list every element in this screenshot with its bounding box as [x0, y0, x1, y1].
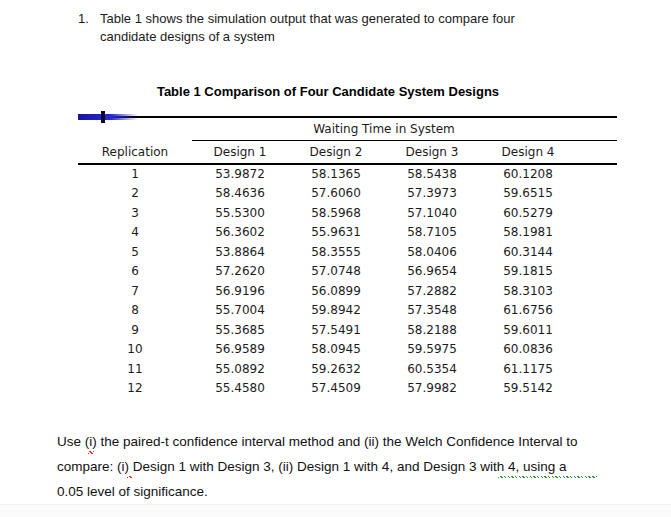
value-cell: 53.9872	[192, 164, 288, 184]
grammarcheck-squiggle-icon	[498, 476, 597, 479]
value-cell: 57.0748	[288, 262, 384, 282]
table-row: 3 55.5300 58.5968 57.1040 60.5279	[78, 203, 617, 223]
value-cell: 56.3602	[192, 223, 288, 243]
value-cell: 56.9196	[192, 281, 288, 301]
row-filler	[576, 203, 617, 223]
value-cell: 58.0406	[384, 242, 480, 262]
row-filler	[576, 223, 617, 243]
replication-cell: 3	[78, 203, 192, 223]
footer-line-3: 0.05 level of significance.	[57, 480, 629, 505]
value-cell: 58.4636	[192, 184, 288, 204]
table-selection-handle-icon	[101, 111, 105, 123]
value-cell: 59.6011	[480, 320, 576, 340]
group-header-row: Waiting Time in System	[78, 117, 617, 140]
replication-cell: 10	[78, 340, 192, 360]
problem-text-line1: Table 1 shows the simulation output that…	[100, 10, 558, 28]
table-row: 5 53.8864 58.3555 58.0406 60.3144	[78, 242, 617, 262]
value-cell: 59.1815	[480, 262, 576, 282]
design-header-3: Design 3	[384, 140, 480, 164]
replication-cell: 1	[78, 164, 192, 184]
row-filler	[576, 184, 617, 204]
value-cell: 59.2632	[288, 359, 384, 379]
replication-header: Replication	[78, 140, 192, 164]
row-filler	[576, 242, 617, 262]
row-filler	[576, 164, 617, 184]
row-filler	[576, 359, 617, 379]
document-page: { "problem": { "number": "1.", "line1": …	[0, 0, 671, 517]
design-header-1: Design 1	[192, 140, 288, 164]
value-cell: 59.5142	[480, 379, 576, 399]
value-cell: 58.5438	[384, 164, 480, 184]
value-cell: 53.8864	[192, 242, 288, 262]
row-filler	[576, 262, 617, 282]
value-cell: 58.5968	[288, 203, 384, 223]
replication-cell: 11	[78, 359, 192, 379]
table-row: 4 56.3602 55.9631 58.7105 58.1981	[78, 223, 617, 243]
problem-text-line2: candidate designs of a system	[100, 28, 558, 46]
replication-cell: 12	[78, 379, 192, 399]
value-cell: 61.6756	[480, 301, 576, 321]
column-header-row: Replication Design 1 Design 2 Design 3 D…	[78, 140, 617, 164]
problem-statement: 1. Table 1 shows the simulation output t…	[78, 10, 558, 45]
table-row: 11 55.0892 59.2632 60.5354 61.1175	[78, 359, 617, 379]
value-cell: 58.0945	[288, 340, 384, 360]
value-cell: 60.5354	[384, 359, 480, 379]
replication-cell: 6	[78, 262, 192, 282]
value-cell: 56.0899	[288, 281, 384, 301]
footer-paragraph: Use (i) the paired-t confidence interval…	[57, 430, 629, 504]
replication-cell: 7	[78, 281, 192, 301]
row-filler	[576, 301, 617, 321]
spellcheck-squiggle-icon	[127, 476, 133, 479]
table-row: 8 55.7004 59.8942 57.3548 61.6756	[78, 301, 617, 321]
page-bottom-edge	[0, 504, 671, 517]
value-cell: 58.3555	[288, 242, 384, 262]
value-cell: 56.9589	[192, 340, 288, 360]
value-cell: 60.3144	[480, 242, 576, 262]
value-cell: 57.6060	[288, 184, 384, 204]
table-row: 1 53.9872 58.1365 58.5438 60.1208	[78, 164, 617, 184]
group-header-cell: Waiting Time in System	[192, 117, 576, 140]
row-filler	[576, 281, 617, 301]
group-header-filler	[576, 117, 617, 140]
value-cell: 58.3103	[480, 281, 576, 301]
column-header-filler	[576, 140, 617, 164]
replication-cell: 9	[78, 320, 192, 340]
value-cell: 56.9654	[384, 262, 480, 282]
group-header-spacer	[78, 117, 192, 140]
value-cell: 55.7004	[192, 301, 288, 321]
value-cell: 58.2188	[384, 320, 480, 340]
problem-number: 1.	[78, 10, 89, 28]
comparison-table-wrap: Waiting Time in System Replication Desig…	[78, 116, 617, 398]
table-row: 2 58.4636 57.6060 57.3973 59.6515	[78, 184, 617, 204]
value-cell: 57.4509	[288, 379, 384, 399]
table-row: 9 55.3685 57.5491 58.2188 59.6011	[78, 320, 617, 340]
replication-cell: 5	[78, 242, 192, 262]
replication-cell: 4	[78, 223, 192, 243]
table-row: 7 56.9196 56.0899 57.2882 58.3103	[78, 281, 617, 301]
value-cell: 57.1040	[384, 203, 480, 223]
value-cell: 59.5975	[384, 340, 480, 360]
value-cell: 57.2882	[384, 281, 480, 301]
comparison-table: Waiting Time in System Replication Desig…	[78, 116, 617, 398]
replication-cell: 2	[78, 184, 192, 204]
row-filler	[576, 340, 617, 360]
value-cell: 58.1981	[480, 223, 576, 243]
value-cell: 61.1175	[480, 359, 576, 379]
table-row: 6 57.2620 57.0748 56.9654 59.1815	[78, 262, 617, 282]
value-cell: 58.7105	[384, 223, 480, 243]
table-selection-highlight	[78, 114, 138, 120]
value-cell: 57.9982	[384, 379, 480, 399]
value-cell: 59.6515	[480, 184, 576, 204]
row-filler	[576, 379, 617, 399]
table-row: 12 55.4580 57.4509 57.9982 59.5142	[78, 379, 617, 399]
row-filler	[576, 320, 617, 340]
value-cell: 55.0892	[192, 359, 288, 379]
value-cell: 60.0836	[480, 340, 576, 360]
value-cell: 55.4580	[192, 379, 288, 399]
design-header-2: Design 2	[288, 140, 384, 164]
value-cell: 57.2620	[192, 262, 288, 282]
value-cell: 55.5300	[192, 203, 288, 223]
value-cell: 58.1365	[288, 164, 384, 184]
value-cell: 55.3685	[192, 320, 288, 340]
value-cell: 60.5279	[480, 203, 576, 223]
